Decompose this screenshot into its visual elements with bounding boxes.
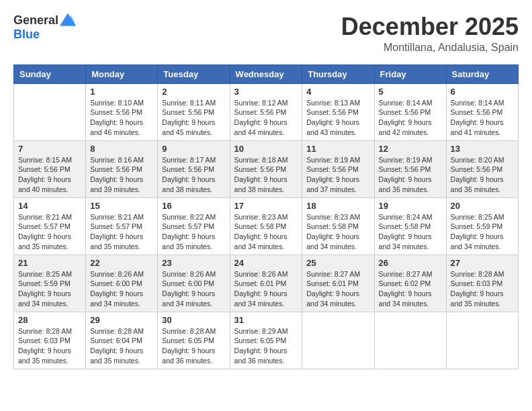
day-number: 11	[306, 144, 369, 154]
day-info: Sunrise: 8:26 AMSunset: 6:00 PMDaylight:…	[90, 269, 153, 309]
calendar-day-cell: 16Sunrise: 8:22 AMSunset: 5:57 PMDayligh…	[158, 197, 230, 255]
calendar-day-cell: 18Sunrise: 8:23 AMSunset: 5:58 PMDayligh…	[302, 197, 374, 255]
calendar-week-row: 7Sunrise: 8:15 AMSunset: 5:56 PMDaylight…	[14, 140, 519, 197]
day-info: Sunrise: 8:28 AMSunset: 6:05 PMDaylight:…	[162, 326, 225, 366]
weekday-header-cell: Sunday	[14, 64, 86, 83]
calendar-day-cell: 27Sunrise: 8:28 AMSunset: 6:03 PMDayligh…	[446, 255, 518, 312]
calendar-day-cell: 23Sunrise: 8:26 AMSunset: 6:00 PMDayligh…	[158, 255, 230, 312]
day-number: 24	[234, 258, 298, 268]
day-number: 26	[379, 258, 442, 268]
day-number: 28	[18, 315, 81, 325]
calendar-day-cell	[374, 312, 446, 369]
day-number: 7	[18, 144, 81, 154]
calendar-day-cell: 7Sunrise: 8:15 AMSunset: 5:56 PMDaylight…	[14, 140, 86, 197]
day-number: 25	[306, 258, 369, 268]
day-number: 2	[162, 87, 225, 97]
day-number: 21	[18, 258, 81, 268]
weekday-header-cell: Wednesday	[230, 64, 302, 83]
calendar-week-row: 1Sunrise: 8:10 AMSunset: 5:56 PMDaylight…	[14, 83, 519, 140]
calendar-day-cell: 12Sunrise: 8:19 AMSunset: 5:56 PMDayligh…	[374, 140, 446, 197]
calendar-table: SundayMondayTuesdayWednesdayThursdayFrid…	[13, 64, 519, 369]
weekday-header-cell: Saturday	[446, 64, 518, 83]
calendar-day-cell: 1Sunrise: 8:10 AMSunset: 5:56 PMDaylight…	[86, 83, 158, 140]
day-number: 3	[234, 87, 298, 97]
calendar-day-cell: 8Sunrise: 8:16 AMSunset: 5:56 PMDaylight…	[86, 140, 158, 197]
calendar-day-cell: 30Sunrise: 8:28 AMSunset: 6:05 PMDayligh…	[158, 312, 230, 369]
day-info: Sunrise: 8:24 AMSunset: 5:58 PMDaylight:…	[379, 212, 442, 252]
day-info: Sunrise: 8:10 AMSunset: 5:56 PMDaylight:…	[90, 98, 153, 138]
day-info: Sunrise: 8:23 AMSunset: 5:58 PMDaylight:…	[234, 212, 298, 252]
weekday-header-cell: Monday	[86, 64, 158, 83]
calendar-day-cell: 31Sunrise: 8:29 AMSunset: 6:05 PMDayligh…	[230, 312, 302, 369]
day-number: 18	[306, 201, 369, 211]
day-info: Sunrise: 8:19 AMSunset: 5:56 PMDaylight:…	[379, 155, 442, 195]
day-info: Sunrise: 8:14 AMSunset: 5:56 PMDaylight:…	[451, 98, 514, 138]
day-info: Sunrise: 8:11 AMSunset: 5:56 PMDaylight:…	[162, 98, 225, 138]
day-number: 17	[234, 201, 298, 211]
calendar-day-cell: 14Sunrise: 8:21 AMSunset: 5:57 PMDayligh…	[14, 197, 86, 255]
day-number: 23	[162, 258, 225, 268]
day-number: 29	[90, 315, 153, 325]
day-info: Sunrise: 8:16 AMSunset: 5:56 PMDaylight:…	[90, 155, 153, 195]
calendar-day-cell: 4Sunrise: 8:13 AMSunset: 5:56 PMDaylight…	[302, 83, 374, 140]
day-number: 6	[451, 87, 514, 97]
day-info: Sunrise: 8:27 AMSunset: 6:02 PMDaylight:…	[379, 269, 442, 309]
logo: General Blue	[13, 13, 76, 42]
calendar-day-cell: 6Sunrise: 8:14 AMSunset: 5:56 PMDaylight…	[446, 83, 518, 140]
month-title: December 2025	[341, 13, 519, 40]
day-info: Sunrise: 8:27 AMSunset: 6:01 PMDaylight:…	[306, 269, 369, 309]
day-info: Sunrise: 8:23 AMSunset: 5:58 PMDaylight:…	[306, 212, 369, 252]
day-info: Sunrise: 8:26 AMSunset: 6:00 PMDaylight:…	[162, 269, 225, 309]
day-info: Sunrise: 8:15 AMSunset: 5:56 PMDaylight:…	[18, 155, 81, 195]
calendar-day-cell: 24Sunrise: 8:26 AMSunset: 6:01 PMDayligh…	[230, 255, 302, 312]
day-number: 22	[90, 258, 153, 268]
day-number: 4	[306, 87, 369, 97]
day-info: Sunrise: 8:29 AMSunset: 6:05 PMDaylight:…	[234, 326, 298, 366]
day-info: Sunrise: 8:19 AMSunset: 5:56 PMDaylight:…	[306, 155, 369, 195]
day-info: Sunrise: 8:13 AMSunset: 5:56 PMDaylight:…	[306, 98, 369, 138]
calendar-day-cell: 11Sunrise: 8:19 AMSunset: 5:56 PMDayligh…	[302, 140, 374, 197]
day-number: 30	[162, 315, 225, 325]
day-info: Sunrise: 8:18 AMSunset: 5:56 PMDaylight:…	[234, 155, 298, 195]
day-info: Sunrise: 8:20 AMSunset: 5:56 PMDaylight:…	[451, 155, 514, 195]
logo-blue-text: Blue	[13, 28, 40, 41]
day-number: 12	[379, 144, 442, 154]
day-number: 5	[379, 87, 442, 97]
calendar-day-cell: 15Sunrise: 8:21 AMSunset: 5:57 PMDayligh…	[86, 197, 158, 255]
calendar-day-cell	[446, 312, 518, 369]
calendar-day-cell: 29Sunrise: 8:28 AMSunset: 6:04 PMDayligh…	[86, 312, 158, 369]
calendar-day-cell: 13Sunrise: 8:20 AMSunset: 5:56 PMDayligh…	[446, 140, 518, 197]
calendar-week-row: 14Sunrise: 8:21 AMSunset: 5:57 PMDayligh…	[14, 197, 519, 255]
calendar-day-cell: 10Sunrise: 8:18 AMSunset: 5:56 PMDayligh…	[230, 140, 302, 197]
calendar-week-row: 21Sunrise: 8:25 AMSunset: 5:59 PMDayligh…	[14, 255, 519, 312]
calendar-day-cell: 17Sunrise: 8:23 AMSunset: 5:58 PMDayligh…	[230, 197, 302, 255]
day-info: Sunrise: 8:22 AMSunset: 5:57 PMDaylight:…	[162, 212, 225, 252]
calendar-day-cell: 21Sunrise: 8:25 AMSunset: 5:59 PMDayligh…	[14, 255, 86, 312]
day-number: 15	[90, 201, 153, 211]
day-info: Sunrise: 8:21 AMSunset: 5:57 PMDaylight:…	[90, 212, 153, 252]
calendar-day-cell: 22Sunrise: 8:26 AMSunset: 6:00 PMDayligh…	[86, 255, 158, 312]
weekday-header-cell: Tuesday	[158, 64, 230, 83]
day-info: Sunrise: 8:28 AMSunset: 6:03 PMDaylight:…	[451, 269, 514, 309]
calendar-day-cell: 2Sunrise: 8:11 AMSunset: 5:56 PMDaylight…	[158, 83, 230, 140]
day-info: Sunrise: 8:25 AMSunset: 5:59 PMDaylight:…	[451, 212, 514, 252]
logo-general-text: General	[13, 13, 58, 28]
day-number: 16	[162, 201, 225, 211]
calendar-day-cell: 26Sunrise: 8:27 AMSunset: 6:02 PMDayligh…	[374, 255, 446, 312]
day-number: 10	[234, 144, 298, 154]
calendar-week-row: 28Sunrise: 8:28 AMSunset: 6:03 PMDayligh…	[14, 312, 519, 369]
calendar-day-cell	[14, 83, 86, 140]
weekday-header-cell: Thursday	[302, 64, 374, 83]
calendar-day-cell	[302, 312, 374, 369]
calendar-body: 1Sunrise: 8:10 AMSunset: 5:56 PMDaylight…	[14, 83, 519, 369]
day-number: 1	[90, 87, 153, 97]
calendar-day-cell: 9Sunrise: 8:17 AMSunset: 5:56 PMDaylight…	[158, 140, 230, 197]
day-number: 8	[90, 144, 153, 154]
day-info: Sunrise: 8:25 AMSunset: 5:59 PMDaylight:…	[18, 269, 81, 309]
day-info: Sunrise: 8:28 AMSunset: 6:03 PMDaylight:…	[18, 326, 81, 366]
day-info: Sunrise: 8:28 AMSunset: 6:04 PMDaylight:…	[90, 326, 153, 366]
day-number: 14	[18, 201, 81, 211]
day-number: 27	[451, 258, 514, 268]
day-info: Sunrise: 8:12 AMSunset: 5:56 PMDaylight:…	[234, 98, 298, 138]
weekday-header-cell: Friday	[374, 64, 446, 83]
